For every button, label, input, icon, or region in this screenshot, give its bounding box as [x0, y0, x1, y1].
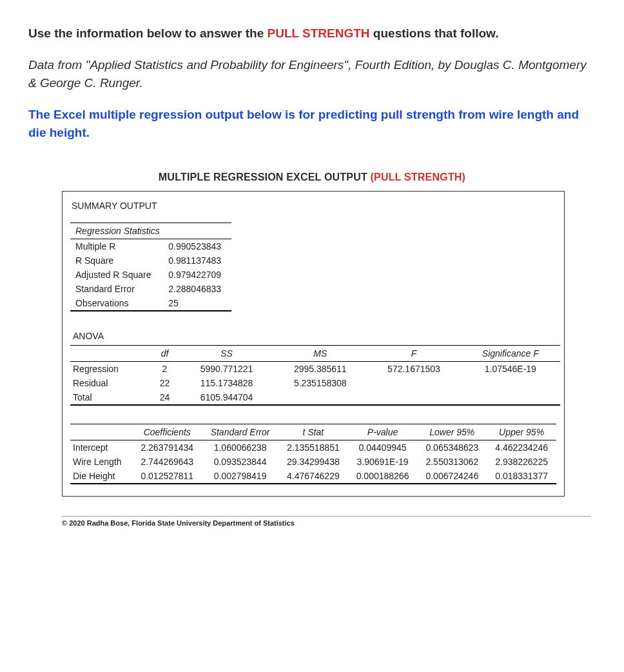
intro-line-3: The Excel multiple regression output bel… — [28, 106, 596, 143]
table-row: Residual 22 115.1734828 5.235158308 — [70, 376, 560, 390]
anova-cell: 22 — [150, 376, 180, 390]
coef-cell: 0.002798419 — [202, 469, 278, 484]
anova-row-label: Regression — [70, 361, 150, 376]
table-row: Multiple R0.990523843 — [70, 239, 231, 253]
anova-cell — [367, 390, 460, 405]
anova-row-label: Total — [70, 390, 150, 405]
anova-cell: 572.1671503 — [367, 361, 460, 376]
table-row: Intercept 2.263791434 1.060066238 2.1355… — [70, 440, 556, 455]
output-title: MULTIPLE REGRESSION EXCEL OUTPUT (PULL S… — [28, 172, 596, 183]
coef-cell: 0.006724246 — [417, 469, 487, 484]
anova-hdr-df: df — [150, 345, 180, 361]
coef-hdr-hi: Upper 95% — [487, 424, 556, 440]
regstats-value: 0.979422709 — [163, 268, 231, 282]
coef-cell: 4.462234246 — [487, 440, 556, 455]
coef-cell: 29.34299438 — [278, 455, 348, 469]
table-row: Observations25 — [70, 296, 231, 311]
anova-cell: 6105.944704 — [180, 390, 273, 405]
anova-cell — [461, 376, 560, 390]
anova-cell — [367, 376, 460, 390]
coef-hdr-lo: Lower 95% — [417, 424, 487, 440]
copyright-text: © 2020 Radha Bose, Florida State Univers… — [62, 516, 590, 527]
coef-hdr-coef: Coefficients — [132, 424, 202, 440]
intro-line-1: Use the information below to answer the … — [28, 25, 596, 43]
coefficients-table: Coefficients Standard Error t Stat P-val… — [70, 424, 556, 484]
coef-row-label: Intercept — [70, 440, 132, 455]
coef-row-label: Die Height — [70, 469, 132, 484]
regstats-value: 0.981137483 — [163, 253, 231, 268]
regression-statistics-table: Regression Statistics Multiple R0.990523… — [70, 222, 231, 311]
coef-cell: 0.000188266 — [348, 469, 418, 484]
coef-row-label: Wire Length — [70, 455, 132, 469]
regstats-header: Regression Statistics — [70, 222, 231, 239]
anova-cell: 115.1734828 — [180, 376, 273, 390]
anova-hdr-ms: MS — [273, 345, 367, 361]
intro-line-1-prefix: Use the information below to answer the — [28, 26, 268, 40]
anova-hdr-sigf: Significance F — [461, 345, 560, 361]
intro-line-1-suffix: questions that follow. — [370, 26, 499, 40]
anova-cell — [273, 390, 367, 405]
intro-line-1-highlight: PULL STRENGTH — [268, 26, 370, 40]
regression-output-box: SUMMARY OUTPUT Regression Statistics Mul… — [62, 191, 565, 497]
coef-cell: 0.093523844 — [202, 455, 278, 469]
table-row: Total 24 6105.944704 — [70, 390, 560, 405]
table-row: R Square0.981137483 — [70, 253, 231, 268]
table-row: Regression 2 5990.771221 2995.385611 572… — [70, 361, 560, 376]
coef-cell: 4.476746229 — [278, 469, 348, 484]
table-row: Die Height 0.012527811 0.002798419 4.476… — [70, 469, 556, 484]
regstats-label: Multiple R — [70, 239, 163, 253]
coef-cell: 2.135518851 — [278, 440, 348, 455]
anova-cell: 5990.771221 — [180, 361, 273, 376]
anova-table: df SS MS F Significance F Regression 2 5… — [70, 345, 560, 406]
anova-cell — [461, 390, 560, 405]
anova-cell: 5.235158308 — [273, 376, 367, 390]
coef-cell: 2.744269643 — [132, 455, 202, 469]
output-title-highlight: (PULL STRENGTH) — [371, 172, 466, 183]
table-row: Wire Length 2.744269643 0.093523844 29.3… — [70, 455, 556, 469]
table-header-row: df SS MS F Significance F — [70, 345, 560, 361]
coef-cell: 0.065348623 — [417, 440, 487, 455]
regstats-label: Standard Error — [70, 282, 163, 296]
coef-cell: 2.263791434 — [132, 440, 202, 455]
intro-block: Use the information below to answer the … — [28, 25, 596, 143]
coef-cell: 3.90691E-19 — [348, 455, 418, 469]
coef-hdr-se: Standard Error — [202, 424, 278, 440]
coef-hdr-t: t Stat — [278, 424, 348, 440]
anova-hdr-ss: SS — [180, 345, 273, 361]
coef-cell: 0.012527811 — [132, 469, 202, 484]
anova-row-label: Residual — [70, 376, 150, 390]
regstats-value: 25 — [163, 296, 231, 311]
anova-label: ANOVA — [70, 330, 556, 345]
regstats-label: Observations — [70, 296, 163, 311]
coef-cell: 0.04409945 — [348, 440, 418, 455]
anova-cell: 1.07546E-19 — [461, 361, 560, 376]
anova-hdr-f: F — [367, 345, 460, 361]
table-row: Standard Error2.288046833 — [70, 282, 231, 296]
anova-cell: 2 — [150, 361, 180, 376]
table-header-row: Coefficients Standard Error t Stat P-val… — [70, 424, 556, 440]
anova-cell: 24 — [150, 390, 180, 405]
coef-cell: 1.060066238 — [202, 440, 278, 455]
regstats-value: 0.990523843 — [163, 239, 231, 253]
coef-cell: 2.938226225 — [487, 455, 556, 469]
coef-hdr-p: P-value — [348, 424, 418, 440]
table-row: Adjusted R Square0.979422709 — [70, 268, 231, 282]
page: Use the information below to answer the … — [0, 0, 624, 546]
regstats-label: Adjusted R Square — [70, 268, 163, 282]
coef-cell: 2.550313062 — [417, 455, 487, 469]
summary-output-label: SUMMARY OUTPUT — [70, 197, 556, 222]
coef-cell: 0.018331377 — [487, 469, 556, 484]
output-title-prefix: MULTIPLE REGRESSION EXCEL OUTPUT — [159, 172, 371, 183]
intro-line-2: Data from "Applied Statistics and Probab… — [28, 56, 596, 93]
regstats-value: 2.288046833 — [163, 282, 231, 296]
regstats-label: R Square — [70, 253, 163, 268]
anova-cell: 2995.385611 — [273, 361, 367, 376]
